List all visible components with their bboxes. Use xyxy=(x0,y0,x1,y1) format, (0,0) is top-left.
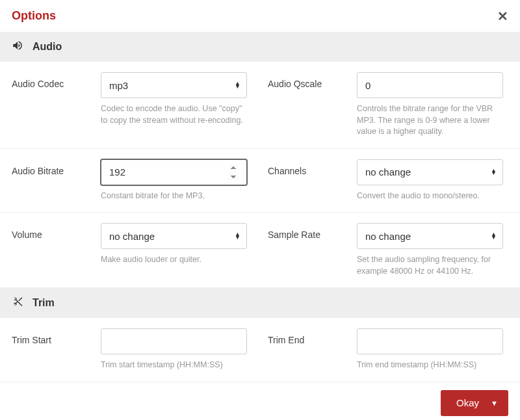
channels-select[interactable]: no change xyxy=(357,159,503,185)
help-trim-start: Trim start timestamp (HH:MM:SS) xyxy=(101,360,247,371)
help-trim-end: Trim end timestamp (HH:MM:SS) xyxy=(357,360,503,371)
sample-rate-select[interactable]: no change xyxy=(357,223,503,249)
help-sample-rate: Set the audio sampling frequency, for ex… xyxy=(357,254,503,277)
section-title-trim: Trim xyxy=(32,297,55,309)
label-sample-rate: Sample Rate xyxy=(268,223,349,240)
volume-icon xyxy=(12,40,23,54)
audio-bitrate-input[interactable] xyxy=(101,159,247,185)
options-dialog: Options ✕ Audio Audio Codec mp3 ▲▼ Codec… xyxy=(0,0,520,420)
volume-select[interactable]: no change xyxy=(101,223,247,249)
help-volume: Make audio louder or quiter. xyxy=(101,254,247,266)
label-volume: Volume xyxy=(12,223,93,240)
dialog-header: Options ✕ xyxy=(0,0,520,32)
label-audio-codec: Audio Codec xyxy=(12,72,93,89)
section-title-audio: Audio xyxy=(32,41,62,53)
help-audio-codec: Codec to encode the audio. Use "copy" to… xyxy=(101,103,247,126)
close-icon[interactable]: ✕ xyxy=(497,10,508,23)
label-audio-qscale: Audio Qscale xyxy=(268,72,349,89)
dialog-title: Options xyxy=(12,9,56,23)
help-channels: Convert the audio to mono/stereo. xyxy=(357,190,503,202)
help-audio-qscale: Controls the bitrate range for the VBR M… xyxy=(357,103,503,138)
audio-codec-select[interactable]: mp3 xyxy=(101,72,247,98)
audio-qscale-input[interactable] xyxy=(357,72,503,98)
label-trim-end: Trim End xyxy=(268,328,349,345)
okay-button[interactable]: Okay ▼ xyxy=(441,390,508,416)
section-header-audio: Audio xyxy=(0,32,520,62)
trim-start-input[interactable] xyxy=(101,328,247,354)
label-trim-start: Trim Start xyxy=(12,328,93,345)
dialog-footer: Okay ▼ xyxy=(0,382,520,421)
label-channels: Channels xyxy=(268,159,349,176)
chevron-down-icon: ▼ xyxy=(491,399,498,407)
okay-button-label: Okay xyxy=(456,397,479,408)
label-audio-bitrate: Audio Bitrate xyxy=(12,159,93,176)
scissors-icon xyxy=(12,296,23,310)
help-audio-bitrate: Constant bitrate for the MP3. xyxy=(101,190,247,202)
section-header-trim: Trim xyxy=(0,288,520,318)
trim-end-input[interactable] xyxy=(357,328,503,354)
